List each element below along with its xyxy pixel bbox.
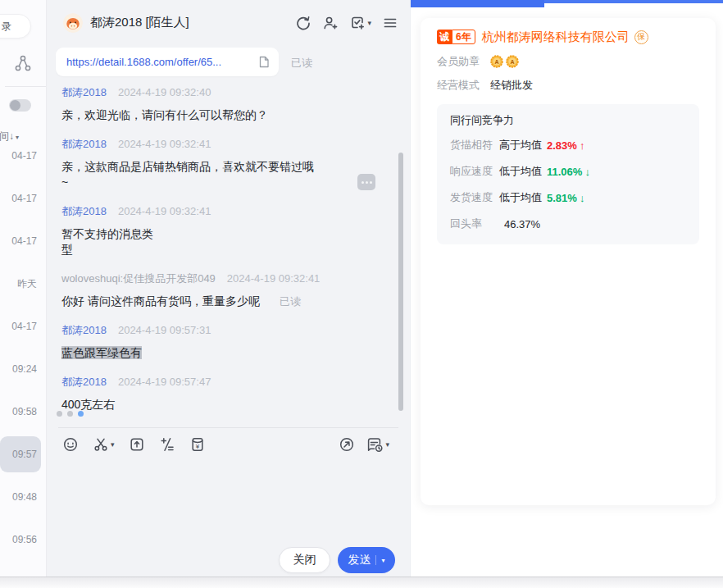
message-body: 蓝色跟军绿色有 (61, 345, 369, 361)
chevron-down-icon[interactable]: ▾ (381, 557, 384, 564)
conversation-item[interactable]: 09:58 (0, 394, 41, 430)
filter-toggle[interactable] (9, 99, 31, 112)
ellipsis-icon[interactable] (357, 174, 375, 190)
chengxintong-badge-logo: 诚 (437, 30, 452, 44)
send-button[interactable]: 发送 ▾ (338, 547, 395, 573)
message-timestamp: 2024-4-19 09:32:41 (227, 272, 320, 285)
metric-comparison: 高于均值 (499, 138, 542, 153)
conversation-item[interactable]: 04-17 (0, 223, 41, 259)
conversation-item[interactable]: 04-17 (0, 308, 41, 344)
add-contact-icon[interactable] (322, 15, 339, 31)
metric-label: 响应速度 (450, 164, 499, 179)
send-button-label: 发送 (348, 553, 371, 567)
chat-header-actions: ▾ (295, 0, 398, 45)
chat-message: 都涛2018 2024-4-19 09:32:40 亲，欢迎光临，请问有什么可以… (61, 85, 369, 123)
chat-history-icon[interactable]: ▾ (366, 436, 389, 453)
message-text: 亲，这款商品是店铺热销商品，喜欢就不要错过哦 ~ (61, 160, 314, 189)
read-receipt: 已读 (291, 56, 312, 71)
screenshot-icon[interactable]: ▾ (93, 436, 115, 453)
trend-arrow-icon: ↓ (580, 192, 585, 204)
send-button-divider (375, 555, 376, 565)
message-sender[interactable]: woloveshuqi:促佳搜品开发部049 (61, 271, 216, 286)
app-window: 录 时间↓▾ 04-17 04-17 04-17 昨天 04-17 09:24 (0, 0, 723, 588)
medal-icon: A (506, 55, 519, 68)
message-timestamp: 2024-4-19 09:32:40 (118, 86, 211, 98)
metric-value: 46.37% (504, 218, 540, 230)
menu-icon[interactable] (382, 15, 398, 31)
message-sender[interactable]: 都涛2018 (61, 85, 107, 100)
emoji-icon[interactable] (62, 436, 79, 453)
message-sender[interactable]: 都涛2018 (61, 137, 107, 152)
composer-toolbar-right: ▾ (339, 431, 389, 458)
svg-text:A: A (494, 59, 498, 65)
business-mode-value: 经销批发 (490, 78, 533, 93)
chengxintong-badge-years: 6年 (452, 30, 475, 44)
peer-avatar[interactable] (63, 13, 83, 33)
conversation-time: 09:24 (12, 363, 37, 375)
conversation-time: 09:56 (12, 534, 37, 545)
refresh-icon[interactable] (295, 15, 311, 31)
typing-indicator (57, 411, 84, 417)
svg-text:¥: ¥ (194, 443, 199, 450)
chevron-down-icon: ▾ (367, 19, 371, 27)
chat-panel: 都涛2018 [陌生人] (47, 0, 410, 577)
message-sender[interactable]: 都涛2018 (61, 375, 107, 390)
conversation-item[interactable]: 昨天 (0, 266, 41, 302)
peer-relation-tag: [陌生人] (145, 15, 189, 30)
trend-arrow-icon: ↑ (580, 139, 585, 152)
trend-arrow-icon: ↓ (584, 166, 590, 178)
conversation-item[interactable]: 09:56 (0, 522, 41, 558)
close-button[interactable]: 关闭 (279, 547, 330, 573)
chat-header: 都涛2018 [陌生人] (47, 0, 410, 45)
conversation-time: 04-17 (11, 235, 37, 247)
red-packet-icon[interactable]: ¥ (189, 436, 206, 453)
shared-link-message[interactable]: https://detail.1688.com/offer/65... (56, 48, 279, 76)
chat-scrollbar[interactable] (398, 153, 403, 411)
metric-value: 2.83% (547, 139, 577, 152)
conversation-time: 04-17 (11, 193, 37, 204)
chat-message: 都涛2018 2024-4-19 09:57:31 蓝色跟军绿色有 (61, 323, 369, 361)
link-url[interactable]: https://detail.1688.com/offer/65... (66, 56, 258, 68)
company-name[interactable]: 杭州都涛网络科技有限公司 (482, 30, 630, 45)
conversation-item[interactable]: 09:57 (0, 436, 41, 472)
company-info-panel: 诚 6年 杭州都涛网络科技有限公司 保 会员勋章 A (410, 0, 723, 577)
conversation-item[interactable]: 09:48 (0, 479, 41, 515)
message-header: 都涛2018 2024-4-19 09:57:47 (61, 375, 369, 390)
competitiveness-row: 回头率 46.37% (450, 217, 686, 231)
competitiveness-row: 响应速度 低于均值 11.06% ↓ (450, 164, 686, 179)
business-mode-row: 经营模式 经销批发 (437, 79, 699, 91)
medals-label: 会员勋章 (437, 54, 480, 69)
tab-bar-line (544, 0, 723, 3)
chat-message: 都涛2018 2024-4-19 09:57:47 400克左右 (61, 375, 369, 413)
search-input[interactable]: 录 (0, 14, 31, 39)
document-icon (258, 56, 270, 68)
competitiveness-row: 发货速度 低于均值 5.81% ↓ (450, 190, 686, 205)
upload-icon[interactable] (129, 436, 145, 453)
quick-phrase-icon[interactable] (159, 436, 175, 453)
conversation-time: 04-17 (11, 321, 37, 332)
message-sender[interactable]: 都涛2018 (61, 204, 107, 219)
add-task-icon[interactable]: ▾ (349, 15, 371, 31)
message-text: 你好 请问这件商品有货吗，重量多少呢 (61, 294, 260, 308)
metric-comparison: 低于均值 (499, 190, 542, 205)
conversation-item[interactable]: 09:24 (0, 351, 41, 387)
chat-message: 都涛2018 2024-4-19 09:32:41 暂不支持的消息类 型 (61, 204, 369, 258)
conversation-time: 09:48 (12, 491, 37, 503)
metric-comparison: 低于均值 (499, 164, 542, 179)
search-fragment-text: 录 (2, 21, 11, 32)
active-tab-indicator[interactable] (411, 0, 544, 7)
message-text: 暂不支持的消息类 型 (61, 227, 153, 256)
conversation-time: 09:58 (12, 406, 37, 417)
conversation-item[interactable]: 04-17 (0, 138, 41, 174)
send-circle-icon[interactable] (339, 436, 355, 453)
competitiveness-row: 货描相符 高于均值 2.83% ↑ (450, 138, 686, 153)
medal-icon: A (490, 55, 503, 68)
member-medals-row: 会员勋章 A A (437, 55, 699, 68)
chengxintong-badge[interactable]: 诚 6年 (437, 30, 475, 44)
org-structure-icon[interactable] (14, 54, 32, 72)
conversation-item[interactable]: 04-17 (0, 180, 41, 217)
peer-name: 都涛2018 (90, 15, 142, 30)
business-mode-label: 经营模式 (437, 78, 480, 93)
conversation-sidebar: 录 时间↓▾ 04-17 04-17 04-17 昨天 04-17 09:24 (0, 0, 47, 577)
message-sender[interactable]: 都涛2018 (61, 323, 107, 338)
